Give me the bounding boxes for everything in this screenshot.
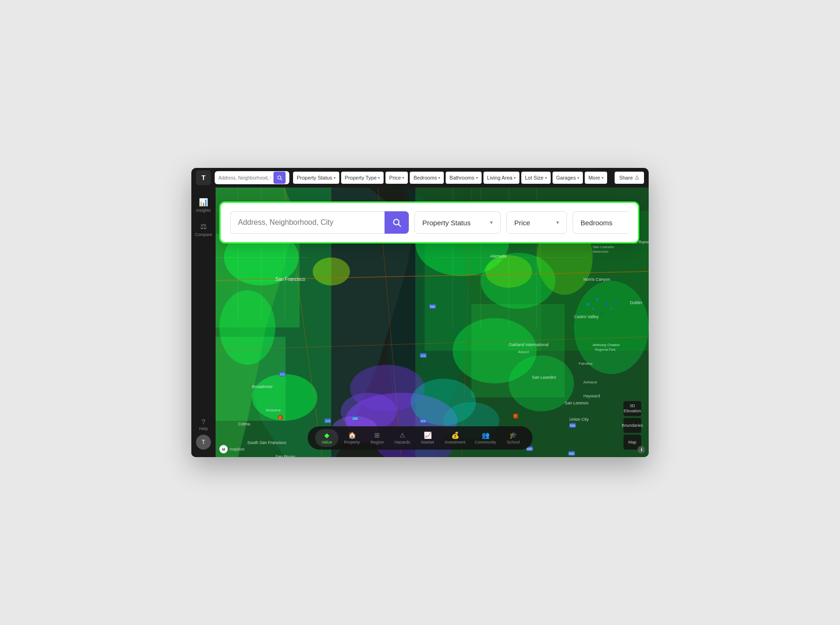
share-button[interactable]: Share: [615, 172, 644, 184]
toolbar-filters: Property Status ▾ Property Type ▾ Price …: [293, 172, 611, 184]
community-icon: 👥: [482, 431, 490, 439]
hazards-icon: ⚠: [399, 431, 406, 439]
bedrooms-dropdown[interactable]: Bedrooms: [573, 211, 629, 234]
mapbox-dot: M: [219, 445, 228, 453]
svg-point-75: [592, 308, 594, 310]
svg-point-80: [615, 301, 617, 303]
svg-text:San Lorenzo: San Lorenzo: [565, 401, 588, 405]
toolbar-filter-garages[interactable]: Garages ▾: [553, 172, 583, 184]
svg-text:Regional Park: Regional Park: [595, 348, 616, 352]
svg-text:Fairview: Fairview: [579, 361, 593, 366]
toolbar-filter-bedrooms[interactable]: Bedrooms ▾: [410, 172, 444, 184]
svg-point-79: [610, 308, 612, 310]
svg-text:Anthony Chabot: Anthony Chabot: [593, 343, 620, 347]
user-avatar[interactable]: T: [196, 435, 211, 450]
toolbar-search-button[interactable]: [273, 172, 286, 184]
investment-icon: 💰: [451, 431, 459, 439]
toolbar-filter-more[interactable]: More ▾: [585, 172, 607, 184]
bottom-nav-item-value[interactable]: ◆ Value: [315, 429, 338, 447]
svg-point-78: [605, 303, 608, 306]
svg-text:880: 880: [527, 447, 532, 451]
svg-text:580: 580: [430, 305, 435, 308]
sidebar-help[interactable]: ? Help: [199, 418, 208, 431]
search-highlight-panel: Property Status ▾ Price ▾ Bedrooms: [219, 201, 639, 243]
market-icon: 📈: [424, 431, 432, 439]
svg-text:7: 7: [514, 415, 516, 418]
chevron-down-icon: ▾: [577, 176, 579, 180]
property-status-dropdown[interactable]: Property Status ▾: [414, 211, 501, 234]
chevron-down-icon: ▾: [438, 176, 440, 180]
map-info-icon[interactable]: ℹ: [637, 446, 645, 453]
insights-icon: 📊: [199, 198, 208, 207]
svg-text:San Bruno: San Bruno: [275, 454, 295, 457]
svg-text:580: 580: [570, 424, 575, 427]
svg-text:Watershed: Watershed: [593, 250, 609, 253]
bottom-nav-item-investment[interactable]: 💰 Investment: [441, 429, 469, 447]
toolbar-filter-price[interactable]: Price ▾: [385, 172, 408, 184]
toolbar: T Property Status ▾ Property Type ▾ Pric…: [191, 168, 649, 188]
main-search-input[interactable]: [230, 211, 385, 234]
bottom-nav: ◆ Value 🏠 Property ⊞ Region ⚠ Hazards 📈 …: [308, 426, 532, 450]
compare-icon: ⚖: [200, 222, 207, 231]
toolbar-search-wrapper: [215, 171, 289, 184]
svg-text:101: 101: [420, 354, 426, 357]
svg-text:Colma: Colma: [238, 422, 250, 426]
bottom-nav-item-region[interactable]: ⊞ Region: [365, 429, 389, 447]
svg-text:Oakland International: Oakland International: [509, 342, 549, 347]
svg-text:2: 2: [279, 416, 281, 419]
help-icon: ?: [202, 418, 205, 425]
bottom-nav-item-school[interactable]: 🎓 School: [502, 429, 525, 447]
sidebar: 📊 Insights ⚖ Compare ? Help T: [191, 188, 216, 457]
svg-text:Alameda: Alameda: [490, 254, 507, 258]
svg-text:San Francisco: San Francisco: [275, 277, 305, 282]
toolbar-filter-property-status[interactable]: Property Status ▾: [293, 172, 339, 184]
sidebar-item-compare[interactable]: ⚖ Compare: [193, 219, 214, 240]
chevron-down-icon: ▾: [514, 176, 516, 180]
chevron-down-icon: ▾: [602, 176, 603, 180]
svg-text:Broadmoor: Broadmoor: [252, 384, 273, 389]
chevron-down-icon: ▾: [476, 176, 478, 180]
svg-text:San Leandro: San Leandro: [532, 375, 556, 380]
toolbar-logo: T: [196, 170, 211, 185]
svg-text:Hayward: Hayward: [583, 394, 600, 398]
svg-text:101: 101: [280, 373, 285, 376]
svg-text:Brisbane: Brisbane: [266, 408, 281, 412]
svg-text:Norris Canyon: Norris Canyon: [583, 277, 610, 282]
svg-point-74: [587, 303, 589, 306]
region-icon: ⊞: [374, 431, 380, 439]
elevation-button[interactable]: 3D Elevation: [623, 401, 641, 416]
property-icon: 🏠: [348, 431, 356, 439]
sidebar-item-insights[interactable]: 📊 Insights: [193, 195, 214, 215]
toolbar-filter-bathrooms[interactable]: Bathrooms ▾: [446, 172, 481, 184]
svg-text:Dublin: Dublin: [630, 300, 642, 305]
toolbar-filter-living-area[interactable]: Living Area ▾: [483, 172, 519, 184]
boundaries-button[interactable]: Boundaries: [623, 418, 641, 433]
chevron-down-icon: ▾: [402, 176, 404, 180]
bottom-nav-item-property[interactable]: 🏠 Property: [340, 429, 364, 447]
svg-line-116: [399, 224, 401, 227]
chevron-down-icon: ▾: [490, 219, 493, 226]
map-controls: 3D Elevation Boundaries Map: [623, 401, 641, 450]
svg-text:Airport: Airport: [518, 350, 529, 354]
toolbar-search-input[interactable]: [218, 175, 271, 181]
svg-text:San Leandro: San Leandro: [593, 245, 614, 249]
app-window: T Property Status ▾ Property Type ▾ Pric…: [191, 168, 649, 457]
value-icon: ◆: [324, 431, 329, 439]
school-icon: 🎓: [509, 431, 517, 439]
svg-text:101: 101: [420, 419, 426, 423]
toolbar-filter-property-type[interactable]: Property Type ▾: [341, 172, 384, 184]
bottom-nav-item-hazards[interactable]: ⚠ Hazards: [391, 429, 414, 447]
svg-point-77: [601, 312, 603, 314]
search-input-wrapper: [230, 211, 409, 234]
bottom-nav-item-community[interactable]: 👥 Community: [471, 429, 500, 447]
toolbar-filter-lot-size[interactable]: Lot Size ▾: [521, 172, 551, 184]
map-area[interactable]: Oakland Alameda Oakland International Ai…: [191, 188, 649, 457]
chevron-down-icon: ▾: [334, 176, 336, 180]
mapbox-logo: M mapbox: [219, 445, 245, 453]
main-search-button[interactable]: [385, 211, 409, 234]
svg-line-1: [280, 179, 282, 180]
bottom-nav-item-market[interactable]: 📈 Market: [416, 429, 439, 447]
chevron-down-icon: ▾: [556, 219, 559, 226]
price-dropdown[interactable]: Price ▾: [506, 211, 567, 234]
svg-text:101: 101: [325, 419, 331, 423]
